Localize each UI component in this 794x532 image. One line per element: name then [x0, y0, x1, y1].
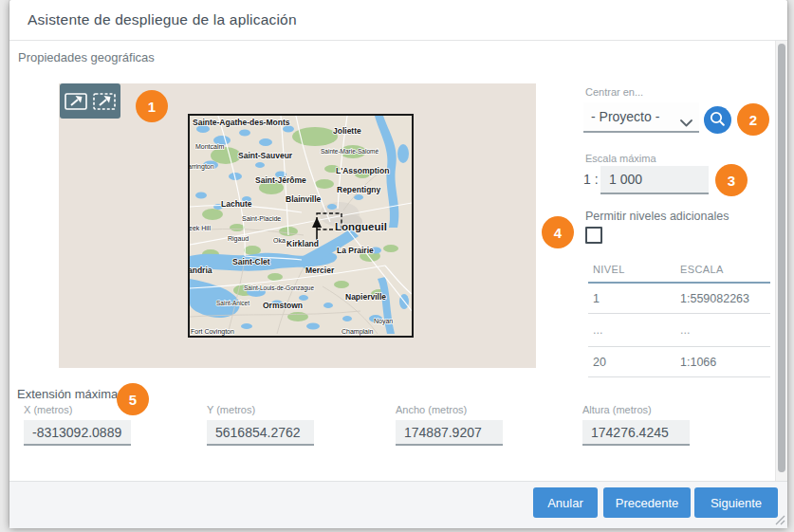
- dialog-title: Asistente de despliegue de la aplicación: [28, 0, 297, 40]
- draw-extent-icon[interactable]: [92, 90, 117, 113]
- scale-column-header: ESCALA: [680, 264, 724, 275]
- search-button[interactable]: [704, 106, 731, 134]
- map-label: Saint-Jérôme: [255, 175, 306, 185]
- x-meters-input[interactable]: [24, 420, 131, 446]
- map-label: Kirkland: [286, 239, 319, 248]
- center-in-select[interactable]: - Proyecto -: [583, 102, 699, 133]
- level-cell: ...: [593, 323, 602, 337]
- scrollbar-thumb[interactable]: [778, 44, 785, 472]
- callout-2: 2: [737, 103, 769, 136]
- scale-cell: 1:559082263: [680, 292, 749, 305]
- map-label: Mercier: [305, 266, 335, 275]
- height-meters-label: Altura (metros): [582, 404, 690, 415]
- table-row: ... ...: [588, 314, 770, 347]
- levels-table: NIVEL ESCALA 1 1:559082263 ... ... 20 1:…: [588, 256, 770, 377]
- map-label: Saint-Placide: [242, 215, 281, 222]
- search-icon: [706, 107, 729, 134]
- map-label: Sainte-Marie-Salomé: [321, 148, 379, 155]
- levels-table-header: NIVEL ESCALA: [588, 256, 770, 284]
- map-label: Napierville: [345, 292, 386, 302]
- chevron-down-icon: [680, 114, 692, 131]
- zoom-extent-icon[interactable]: [64, 90, 88, 113]
- previous-button[interactable]: Precedente: [603, 487, 691, 518]
- map-label: Joliette: [333, 126, 361, 136]
- x-meters-label: X (metros): [24, 404, 131, 415]
- map-label: eek Hill: [190, 225, 211, 231]
- map-label: Repentigny: [337, 185, 381, 194]
- map-label: Saint-Louis-de-Gonzague: [244, 284, 314, 292]
- map-label: Ormstown: [263, 301, 303, 310]
- extent-field-height: Altura (metros): [582, 404, 690, 446]
- map-label: arrington: [190, 163, 214, 171]
- width-meters-input[interactable]: [396, 420, 503, 446]
- map-panel: Sainte-Agathe-des-MontsJolietteMontcalmS…: [59, 83, 536, 368]
- table-row: 20 1:1066: [588, 347, 770, 377]
- scale-prefix: 1 :: [583, 172, 599, 187]
- extent-field-x: X (metros): [24, 404, 131, 446]
- dialog-title-bar: Asistente de despliegue de la aplicación: [9, 0, 787, 41]
- callout-1: 1: [136, 90, 168, 122]
- cancel-button[interactable]: Anular: [533, 487, 598, 518]
- map-preview[interactable]: Sainte-Agathe-des-MontsJolietteMontcalmS…: [188, 114, 414, 338]
- table-row: 1 1:559082263: [588, 284, 770, 314]
- level-cell: 20: [593, 356, 606, 369]
- additional-levels-label: Permitir niveles adicionales: [585, 210, 729, 223]
- y-meters-label: Y (metros): [207, 404, 314, 415]
- section-geographic-properties: Propiedades geográficas: [18, 50, 155, 64]
- resize-grip-icon[interactable]: [774, 512, 785, 523]
- y-meters-input[interactable]: [207, 420, 314, 446]
- extent-field-width: Ancho (metros): [396, 404, 503, 446]
- map-label: Saint-Anicet: [216, 300, 249, 306]
- map-label: Fort Covington: [191, 328, 234, 336]
- extent-toolbar: [60, 83, 120, 119]
- map-label: Saint-Sauveur: [238, 151, 293, 160]
- width-meters-label: Ancho (metros): [396, 404, 503, 415]
- max-scale-input[interactable]: [600, 166, 709, 194]
- map-label: Saint-Clet: [232, 257, 270, 266]
- level-column-header: NIVEL: [593, 264, 625, 275]
- map-label: Lachute: [221, 199, 252, 209]
- section-max-extent: Extensión máxima: [17, 387, 118, 401]
- scale-cell: 1:1066: [680, 356, 716, 369]
- callout-5: 5: [117, 383, 149, 415]
- map-label: Rigaud: [228, 235, 249, 243]
- additional-levels-checkbox[interactable]: [585, 227, 602, 244]
- map-label: Champlain: [342, 328, 374, 336]
- level-cell: 1: [593, 292, 600, 305]
- deployment-wizard-dialog: Asistente de despliegue de la aplicación…: [9, 0, 787, 527]
- map-label: andria: [190, 266, 212, 275]
- extent-field-y: Y (metros): [207, 404, 314, 446]
- height-meters-input[interactable]: [582, 420, 690, 446]
- map-label: Longueuil: [335, 221, 387, 232]
- map-label: Montcalm: [195, 143, 225, 150]
- callout-4: 4: [542, 216, 574, 248]
- map-label: La Prairie: [337, 246, 374, 255]
- map-label: Blainville: [286, 194, 322, 204]
- next-button[interactable]: Siguiente: [694, 487, 778, 518]
- max-scale-label: Escala máxima: [585, 153, 656, 164]
- callout-3: 3: [715, 164, 748, 196]
- vertical-scrollbar[interactable]: [775, 41, 787, 481]
- map-label: Noyan: [374, 318, 393, 325]
- center-in-selected-value: - Proyecto -: [591, 102, 659, 131]
- map-label: L'Assomption: [336, 166, 389, 175]
- scale-cell: ...: [680, 323, 690, 337]
- map-label: Oka: [273, 237, 286, 244]
- map-label: Sainte-Agathe-des-Monts: [193, 118, 290, 127]
- center-in-label: Centrar en...: [585, 86, 643, 98]
